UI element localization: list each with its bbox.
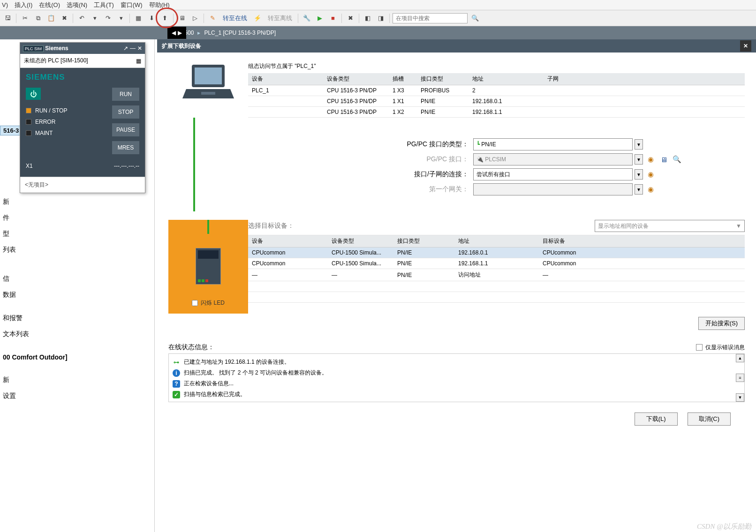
menu-insert[interactable]: 插入(I) (15, 1, 32, 9)
start-icon[interactable]: ▶ (314, 13, 325, 24)
table-row[interactable] (248, 281, 745, 292)
run-button[interactable]: RUN (112, 88, 139, 101)
tree-item[interactable]: 列表 (0, 242, 154, 258)
refresh-icon[interactable]: ◉ (645, 169, 656, 180)
stop-icon[interactable]: ■ (327, 13, 339, 24)
stop-button[interactable]: STOP (112, 105, 139, 119)
col-target[interactable]: 目标设备 (539, 235, 745, 247)
menu-prefix[interactable]: V) (2, 1, 8, 8)
device-filter-select[interactable]: 显示地址相同的设备▼ (595, 220, 745, 232)
connect-icon[interactable]: ✎ (207, 13, 218, 24)
flash-led-checkbox[interactable]: 闪烁 LED (190, 298, 227, 308)
table-row[interactable]: CPUcommonCPU-1500 Simula...PN/IE192.168.… (248, 247, 745, 258)
table-row[interactable] (248, 303, 745, 314)
table-row[interactable]: PLC_1CPU 1516-3 PN/DP1 X3PROFIBUS2 (248, 85, 745, 96)
conn-select[interactable]: 尝试所有接口 (473, 168, 633, 180)
compile-icon[interactable]: ▦ (133, 13, 144, 24)
minimize-icon[interactable]: — (130, 45, 136, 52)
col-slot[interactable]: 插槽 (389, 73, 417, 85)
redo-dd-icon[interactable]: ▾ (115, 13, 127, 24)
download-icon[interactable]: ⬇ (146, 13, 157, 24)
table-row[interactable]: CPU 1516-3 PN/DP1 X2PN/IE192.168.1.1 (248, 107, 745, 118)
go-online-button[interactable]: 转至在线 (220, 14, 250, 22)
tree-item[interactable]: 和报警 (0, 310, 154, 326)
split-h-icon[interactable]: ◧ (362, 13, 373, 24)
col-subnet[interactable]: 子网 (544, 73, 745, 85)
tree-item[interactable]: 数据 (0, 287, 154, 303)
col-device[interactable]: 设备 (248, 235, 328, 247)
close-icon[interactable]: ✕ (137, 45, 142, 52)
mres-button[interactable]: MRES (112, 141, 139, 154)
chevron-down-icon[interactable]: ▼ (635, 139, 643, 150)
scroll-up-icon[interactable]: ▲ (736, 354, 744, 362)
col-addr[interactable]: 地址 (469, 73, 544, 85)
table-row[interactable]: CPU 1516-3 PN/DP1 X1PN/IE192.168.0.1 (248, 96, 745, 107)
undo-dd-icon[interactable]: ▾ (89, 13, 100, 24)
power-button[interactable]: ⏻ (26, 88, 41, 100)
tree-selected-tag[interactable]: 516-3 (0, 126, 22, 135)
redo-icon[interactable]: ↷ (102, 13, 113, 24)
search-go-icon[interactable]: 🔍 (469, 13, 481, 24)
iftype-select[interactable]: ┗ PN/IE (473, 138, 633, 150)
col-iftype[interactable]: 接口类型 (393, 235, 454, 247)
start-search-button[interactable]: 开始搜索(S) (698, 317, 745, 330)
cancel-button[interactable]: 取消(C) (688, 412, 731, 426)
menu-tools[interactable]: 工具(T) (94, 1, 114, 9)
checkbox[interactable] (696, 344, 703, 351)
go-offline-button[interactable]: 转至离线 (265, 14, 295, 22)
delete-icon[interactable]: ✖ (59, 13, 70, 24)
paste-icon[interactable]: 📋 (45, 13, 57, 24)
breadcrumb-nav[interactable]: ◀ ▶ (167, 27, 186, 39)
start-rt-icon[interactable]: ▷ (189, 13, 201, 24)
table-row[interactable] (248, 292, 745, 303)
tree-item[interactable]: 新 (0, 372, 154, 388)
cut-icon[interactable]: ✂ (19, 13, 30, 24)
col-iftype[interactable]: 接口类型 (417, 73, 469, 85)
config-icon[interactable]: ▦ (136, 58, 141, 64)
simulate-icon[interactable]: 🖥 (176, 13, 188, 24)
col-addr[interactable]: 地址 (454, 235, 539, 247)
magnify-icon[interactable]: 🔍 (671, 154, 682, 165)
chevron-down-icon[interactable]: ▼ (635, 154, 643, 165)
pause-button[interactable]: PAUSE (112, 123, 139, 136)
col-device[interactable]: 设备 (248, 73, 323, 85)
table-row[interactable]: CPUcommonCPU-1500 Simula...PN/IE192.168.… (248, 258, 745, 269)
menu-options[interactable]: 选项(N) (67, 1, 87, 9)
chevron-down-icon[interactable]: ▼ (635, 184, 643, 195)
properties-icon[interactable]: 🖥 (658, 154, 669, 165)
tree-item[interactable]: 信 (0, 271, 154, 287)
refresh-icon[interactable]: ◉ (645, 184, 656, 195)
undo-icon[interactable]: ↶ (76, 13, 87, 24)
breadcrumb-b[interactable]: PLC_1 [CPU 1516-3 PN/DP] (204, 30, 276, 36)
save-icon[interactable]: 🖫 (2, 13, 13, 24)
table-row[interactable]: ——PN/IE访问地址— (248, 269, 745, 281)
gw-select[interactable] (473, 183, 633, 195)
disconnect-icon[interactable]: ⚡ (252, 13, 263, 24)
menu-help[interactable]: 帮助(H) (149, 1, 170, 9)
errors-only-checkbox[interactable]: 仅显示错误消息 (696, 344, 745, 352)
search-input[interactable] (393, 13, 468, 23)
scroll-down-icon[interactable]: ▼ (736, 393, 744, 402)
menu-window[interactable]: 窗口(W) (121, 1, 143, 9)
chevron-down-icon[interactable]: ▼ (635, 169, 643, 180)
upload-icon[interactable]: ⬆ (159, 13, 170, 24)
crossref-icon[interactable]: ✖ (345, 13, 356, 24)
menu-online[interactable]: 在线(O) (39, 1, 60, 9)
tree-item[interactable]: 件 (0, 210, 154, 226)
refresh-icon[interactable]: ◉ (645, 154, 656, 165)
dialog-titlebar[interactable]: 扩展下载到设备 ✕ (157, 39, 756, 52)
close-icon[interactable]: ✕ (740, 40, 751, 52)
tree-item[interactable]: 型 (0, 226, 154, 242)
scroll-thumb-icon[interactable]: ≡ (736, 374, 744, 382)
monitor-icon[interactable]: 🔧 (301, 13, 312, 24)
download-button[interactable]: 下载(L) (635, 412, 678, 426)
tree-item[interactable]: 设置 (0, 388, 154, 404)
split-v-icon[interactable]: ◨ (375, 13, 386, 24)
restore-icon[interactable]: ↗ (123, 45, 128, 52)
plcsim-titlebar[interactable]: PLC SIM Siemens ↗ — ✕ (20, 43, 145, 54)
col-devtype[interactable]: 设备类型 (328, 235, 393, 247)
if-select[interactable]: 🔌 PLCSIM (473, 153, 633, 165)
tree-item[interactable]: 00 Comfort Outdoor] (0, 350, 154, 365)
copy-icon[interactable]: ⧉ (32, 13, 44, 24)
checkbox[interactable] (192, 300, 198, 306)
